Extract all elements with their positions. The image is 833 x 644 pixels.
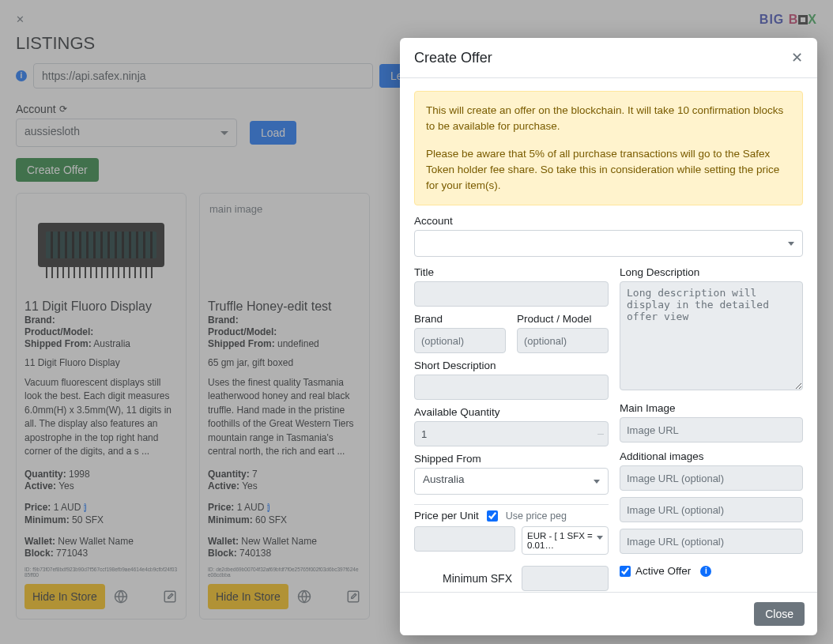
addl-images-label: Additional images <box>620 450 803 462</box>
qty-label: Available Quantity <box>414 406 609 418</box>
use-price-peg-checkbox[interactable] <box>487 510 498 522</box>
price-input[interactable] <box>414 526 515 552</box>
short-desc-input[interactable] <box>414 375 609 400</box>
long-desc-input[interactable] <box>620 281 803 390</box>
title-input[interactable] <box>414 281 609 307</box>
brand-label: Brand <box>414 313 506 325</box>
addl-image-input[interactable] <box>620 529 803 554</box>
info-icon: i <box>700 566 711 577</box>
short-desc-label: Short Description <box>414 360 609 371</box>
title-label: Title <box>414 266 609 278</box>
shipped-from-label: Shipped From <box>414 453 609 465</box>
account-label: Account <box>414 215 803 227</box>
close-button[interactable]: Close <box>754 602 805 626</box>
modal-title: Create Offer <box>414 50 492 66</box>
active-offer-checkbox[interactable] <box>620 566 631 577</box>
create-offer-modal: Create Offer ✕ This will create an offer… <box>400 38 817 635</box>
min-sfx-input[interactable] <box>522 566 609 591</box>
price-peg-select[interactable]: EUR - [ 1 SFX = 0.01… <box>522 526 609 555</box>
model-input[interactable] <box>517 328 609 353</box>
account-select[interactable] <box>414 230 803 257</box>
model-label: Product / Model <box>517 313 609 325</box>
active-offer-label: Active Offer <box>635 565 691 577</box>
long-desc-label: Long Description <box>620 266 803 278</box>
main-image-label: Main Image <box>620 402 803 414</box>
brand-input[interactable] <box>414 328 506 353</box>
modal-close-icon[interactable]: ✕ <box>791 49 803 66</box>
use-price-peg-label: Use price peg <box>506 510 567 522</box>
ppu-label: Price per Unit <box>414 510 479 522</box>
addl-image-input[interactable] <box>620 497 803 522</box>
quantity-input[interactable] <box>414 421 609 446</box>
addl-image-input[interactable] <box>620 465 803 491</box>
shipped-from-select[interactable]: Australia <box>414 468 609 495</box>
modal-alert: This will create an offer on the blockch… <box>414 91 803 205</box>
min-sfx-label: Minimum SFX <box>443 572 512 585</box>
main-image-input[interactable] <box>620 417 803 443</box>
